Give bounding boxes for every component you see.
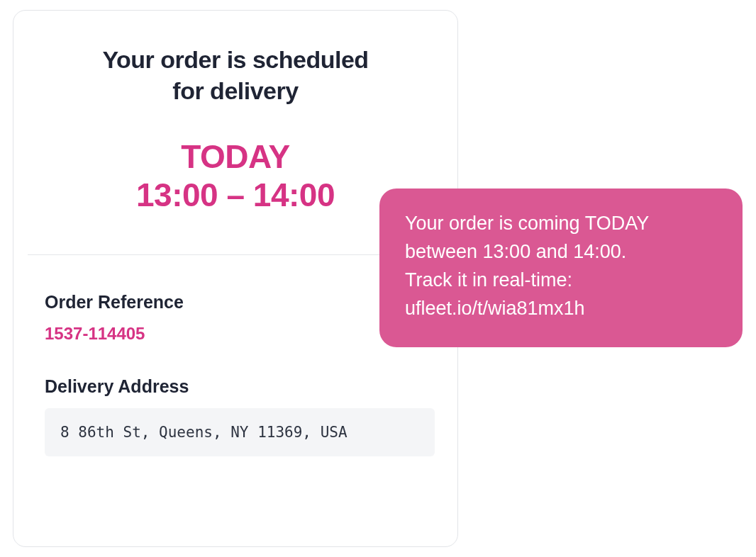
sms-bubble: Your order is coming TODAY between 13:00…	[379, 189, 743, 347]
sms-line-1: Your order is coming TODAY	[405, 210, 717, 238]
order-reference-value: 1537-114405	[35, 324, 421, 344]
delivery-address-label: Delivery Address	[35, 376, 421, 397]
sms-line-3: Track it in real-time:	[405, 266, 717, 295]
heading-line-1: Your order is scheduled	[50, 45, 421, 76]
sms-tracking-link[interactable]: ufleet.io/t/wia81mx1h	[405, 295, 717, 323]
delivery-address-box: 8 86th St, Queens, NY 11369, USA	[45, 408, 435, 456]
delivery-day: TODAY	[50, 137, 421, 176]
delivery-address-value: 8 86th St, Queens, NY 11369, USA	[60, 424, 419, 441]
delivery-window: 13:00 – 14:00	[50, 176, 421, 214]
heading-line-2: for delivery	[50, 76, 421, 107]
sms-line-2: between 13:00 and 14:00.	[405, 238, 717, 266]
delivery-time-block: TODAY 13:00 – 14:00	[35, 137, 421, 215]
card-header: Your order is scheduled for delivery	[35, 45, 421, 106]
order-reference-label: Order Reference	[35, 292, 421, 313]
